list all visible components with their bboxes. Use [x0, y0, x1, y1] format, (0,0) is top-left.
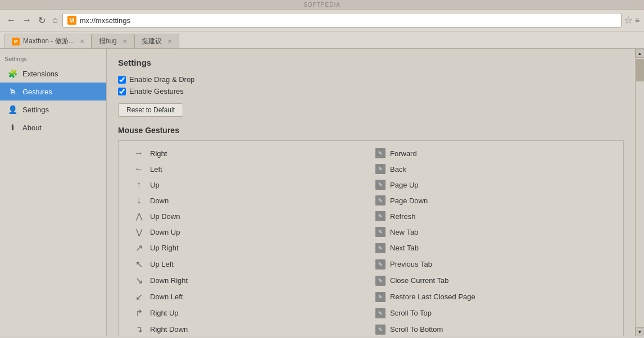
- gesture-refresh: ✎ Refresh: [371, 208, 614, 224]
- up-arrow-icon: ↑: [132, 180, 146, 190]
- right-arrow-icon: →: [132, 148, 146, 158]
- gesture-upright-label: Up Right: [150, 244, 179, 252]
- address-bar[interactable]: M mx://mxsettings: [62, 13, 622, 28]
- scroll-up-button[interactable]: ▲: [636, 49, 645, 58]
- sidebar-item-about[interactable]: ℹ About: [0, 118, 106, 136]
- gesture-right-label: Right: [150, 149, 167, 158]
- gesture-downright: ↘ Down Right: [128, 272, 371, 289]
- gesture-rightup-label: Right Up: [150, 309, 179, 317]
- gesture-forward: ✎ Forward: [371, 145, 614, 161]
- closetab-action-icon: ✎: [375, 276, 386, 286]
- drag-drop-label: Enable Drag & Drop: [129, 75, 194, 84]
- downleft-icon: ↙: [132, 291, 146, 302]
- gesture-nexttab: ✎ Next Tab: [371, 240, 614, 256]
- sidebar-label-settings: Settings: [22, 106, 49, 114]
- nav-bar: ← → ↻ ⌂ M mx://mxsettings ☆ ≡: [0, 10, 644, 31]
- gesture-closetab-label: Close Current Tab: [390, 276, 449, 285]
- gesture-pageup-label: Page Up: [390, 181, 419, 189]
- gesture-pagedown: ✎ Page Down: [371, 193, 614, 208]
- gesture-scrolltop-label: Scroll To Top: [390, 309, 432, 317]
- downright-icon: ↘: [132, 275, 146, 286]
- forward-button[interactable]: →: [20, 14, 34, 26]
- enable-gestures-row: Enable Gestures: [118, 87, 624, 95]
- tab-maxthon[interactable]: M Maxthon - 傲游... ✕: [4, 34, 92, 48]
- upright-icon: ↗: [132, 243, 146, 253]
- gesture-refresh-label: Refresh: [390, 212, 416, 221]
- address-text: mx://mxsettings: [80, 16, 130, 25]
- gestures-section-title: Mouse Gestures: [118, 126, 624, 135]
- back-button[interactable]: ←: [4, 14, 18, 26]
- gesture-downup-label: Down Up: [150, 228, 180, 236]
- gesture-up: ↑ Up: [128, 177, 371, 193]
- content-title: Settings: [118, 58, 624, 67]
- tab-label-maxthon: Maxthon - 傲游...: [23, 36, 74, 46]
- sidebar-label-extensions: Extensions: [22, 70, 58, 78]
- tab-close-suggest[interactable]: ✕: [167, 38, 172, 44]
- sidebar-item-gestures[interactable]: 🖱 Gestures: [0, 83, 106, 101]
- scroll-thumb[interactable]: [636, 59, 644, 81]
- gesture-scrolltop: ✎ Scroll To Top: [371, 305, 614, 321]
- gesture-upleft: ↖ Up Left: [128, 256, 371, 272]
- gesture-down: ↓ Down: [128, 193, 371, 208]
- tab-label-suggest: 提建议: [142, 36, 162, 46]
- gesture-nexttab-label: Next Tab: [390, 244, 419, 252]
- gesture-closetab: ✎ Close Current Tab: [371, 272, 614, 289]
- enable-gestures-checkbox[interactable]: [118, 88, 126, 95]
- browser-chrome: SOFTPEDIA ← → ↻ ⌂ M mx://mxsettings ☆ ≡ …: [0, 0, 644, 49]
- drag-drop-row: Enable Drag & Drop: [118, 75, 624, 84]
- bookmark-button[interactable]: ☆: [624, 14, 633, 26]
- gesture-pagedown-label: Page Down: [390, 197, 428, 205]
- gesture-left-label: Left: [150, 165, 162, 173]
- home-button[interactable]: ⌂: [50, 14, 60, 26]
- drag-drop-checkbox[interactable]: [118, 76, 126, 84]
- tab-close-bug[interactable]: ✕: [123, 38, 127, 44]
- gesture-prevtab-label: Previous Tab: [390, 260, 432, 268]
- refresh-button[interactable]: ↻: [36, 14, 48, 27]
- sidebar-item-extensions[interactable]: 🧩 Extensions: [0, 65, 106, 83]
- gesture-back: ✎ Back: [371, 161, 614, 177]
- gesture-newtab-label: New Tab: [390, 228, 418, 236]
- settings-icon: 👤: [7, 104, 18, 115]
- gestures-icon: 🖱: [7, 86, 18, 97]
- gesture-updown: ⋀ Up Down: [128, 208, 371, 224]
- down-arrow-icon: ↓: [132, 195, 146, 205]
- rightup-icon: ↱: [132, 308, 146, 318]
- gesture-scrollbottom: ✎ Scroll To Bottom: [371, 321, 614, 336]
- gesture-rightdown-label: Right Down: [150, 325, 188, 334]
- scrollbottom-action-icon: ✎: [375, 325, 386, 335]
- nexttab-action-icon: ✎: [375, 243, 386, 253]
- scroll-track: [636, 58, 644, 327]
- newtab-action-icon: ✎: [375, 227, 386, 237]
- pagedown-action-icon: ✎: [375, 195, 386, 205]
- gestures-box: → Right ✎ Forward ← Left ✎ Back: [118, 140, 624, 336]
- enable-gestures-label: Enable Gestures: [129, 87, 184, 95]
- sidebar-label-gestures: Gestures: [22, 88, 52, 96]
- tab-bug[interactable]: 报bug ✕: [92, 34, 134, 48]
- gesture-upright: ↗ Up Right: [128, 240, 371, 256]
- scroll-down-button[interactable]: ▼: [636, 327, 645, 336]
- gesture-back-label: Back: [390, 165, 406, 173]
- softpedia-bar: SOFTPEDIA: [0, 0, 644, 10]
- gesture-down-label: Down: [150, 197, 169, 205]
- gesture-downright-label: Down Right: [150, 276, 188, 285]
- softpedia-text: SOFTPEDIA: [303, 2, 341, 8]
- tabs-bar: M Maxthon - 傲游... ✕ 报bug ✕ 提建议 ✕: [0, 31, 644, 49]
- sidebar-item-settings[interactable]: 👤 Settings: [0, 101, 106, 118]
- gesture-grid: → Right ✎ Forward ← Left ✎ Back: [128, 145, 614, 336]
- gesture-newtab: ✎ New Tab: [371, 224, 614, 240]
- back-action-icon: ✎: [375, 164, 386, 174]
- tab-suggest[interactable]: 提建议 ✕: [134, 34, 179, 48]
- restoretab-action-icon: ✎: [375, 292, 386, 302]
- gesture-up-label: Up: [150, 181, 160, 189]
- updown-icon: ⋀: [132, 212, 146, 221]
- favicon: M: [67, 16, 76, 25]
- right-scrollbar: ▲ ▼: [635, 49, 644, 336]
- tab-close-maxthon[interactable]: ✕: [80, 38, 84, 44]
- gesture-pageup: ✎ Page Up: [371, 177, 614, 193]
- gesture-forward-label: Forward: [390, 149, 417, 158]
- upleft-icon: ↖: [132, 259, 146, 270]
- gesture-left: ← Left: [128, 161, 371, 177]
- menu-button[interactable]: ≡: [635, 16, 640, 25]
- reset-button[interactable]: Reset to Default: [118, 103, 183, 117]
- gesture-rightup: ↱ Right Up: [128, 305, 371, 321]
